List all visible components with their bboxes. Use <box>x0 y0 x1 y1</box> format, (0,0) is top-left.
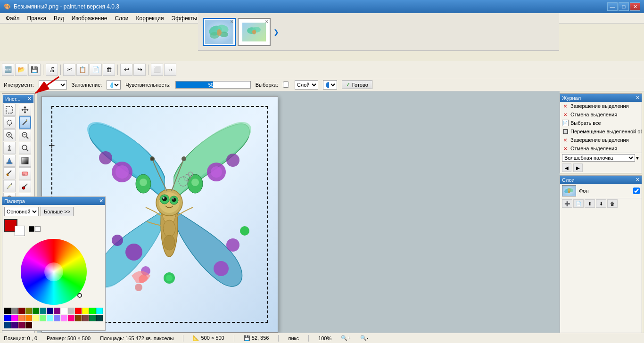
tool-zoom-out[interactable] <box>19 129 31 141</box>
thumbnail-2[interactable]: ✕ <box>238 18 271 46</box>
tool-zoom-in[interactable] <box>3 129 16 141</box>
color-swatch-item[interactable] <box>47 308 53 314</box>
color-swatch-item[interactable] <box>89 315 96 321</box>
color-swatch-item[interactable] <box>4 308 11 314</box>
layer-visibility[interactable] <box>633 188 640 194</box>
palette-close[interactable]: ✕ <box>99 198 103 204</box>
move-layer-up-button[interactable]: ⬆ <box>585 199 595 208</box>
color-swatch-item[interactable] <box>61 315 67 321</box>
delete-layer-button[interactable]: 🗑 <box>607 199 618 208</box>
color-swatch-item[interactable] <box>18 308 25 314</box>
color-swatch-item[interactable] <box>96 315 103 321</box>
color-swatch-item[interactable] <box>75 315 82 321</box>
selection-type[interactable]: 🔵 <box>323 80 337 90</box>
color-swatch-item[interactable] <box>11 308 18 314</box>
color-swatch-item[interactable] <box>40 308 46 314</box>
black-swatch[interactable] <box>29 226 34 232</box>
maximize-button[interactable]: □ <box>619 2 629 11</box>
journal-item-3[interactable]: 📄 Выбрать все <box>560 119 642 127</box>
color-swatch-item[interactable] <box>82 315 89 321</box>
tools-panel-close[interactable]: ✕ <box>27 96 32 102</box>
color-swatch-item[interactable] <box>47 315 53 321</box>
selection-checkbox[interactable] <box>283 82 289 88</box>
color-swatch-item[interactable] <box>54 308 60 314</box>
fill-select[interactable]: 💧 <box>107 80 121 90</box>
journal-back[interactable]: ◀ <box>562 163 571 172</box>
new-button[interactable]: 🆕 <box>2 64 14 76</box>
layer-item-1[interactable]: Фон <box>560 184 642 198</box>
undo-button[interactable]: ↩ <box>120 64 132 76</box>
menu-effects[interactable]: Эффекты <box>168 14 201 23</box>
color-swatch-item[interactable] <box>25 308 32 314</box>
thumb-close-2[interactable]: ✕ <box>265 19 269 24</box>
color-swatch-item[interactable] <box>68 315 74 321</box>
color-swatch-item[interactable] <box>96 308 103 314</box>
menu-image[interactable]: Изображение <box>68 14 111 23</box>
tool-color-picker[interactable] <box>19 180 31 192</box>
sensitivity-bar[interactable]: 50% <box>175 81 251 89</box>
color-swatch-item[interactable] <box>54 315 60 321</box>
journal-item-1[interactable]: ✕ Завершение выделения <box>560 102 642 110</box>
wand-select[interactable]: Волшебная палочка <box>562 154 635 162</box>
tool-move[interactable] <box>19 104 31 116</box>
tool-select[interactable]: ✦ <box>39 80 67 90</box>
tool-brush[interactable] <box>3 167 16 180</box>
journal-forward[interactable]: ▶ <box>573 163 583 172</box>
tool-pan[interactable] <box>3 142 16 154</box>
thumb-close-1[interactable]: ✕ <box>230 19 234 24</box>
tool-magic-wand[interactable] <box>19 116 31 129</box>
zoom-out-btn[interactable]: 🔍- <box>360 335 369 341</box>
cut-button[interactable]: ✂ <box>63 64 75 76</box>
color-swatch-item[interactable] <box>25 315 32 321</box>
menu-file[interactable]: Файл <box>2 14 24 23</box>
close-button[interactable]: ✕ <box>630 2 640 11</box>
delete-button[interactable]: 🗑 <box>103 64 115 76</box>
journal-item-6[interactable]: ✕ Отмена выделения <box>560 144 642 153</box>
paste-button[interactable]: 📄 <box>90 64 102 76</box>
add-layer-button[interactable]: ➕ <box>562 199 572 208</box>
crop-button[interactable]: ⬜ <box>151 64 163 76</box>
resize-button[interactable]: ↔ <box>164 64 176 76</box>
tool-zoom-window[interactable] <box>19 142 31 154</box>
canvas-area[interactable]: ✛ <box>37 91 560 343</box>
tool-fill[interactable] <box>3 155 16 167</box>
color-swatch-item[interactable] <box>18 315 25 321</box>
secondary-color-swatch[interactable] <box>15 226 25 236</box>
color-swatch-item[interactable] <box>4 322 11 328</box>
color-wheel[interactable] <box>21 239 87 305</box>
palette-mode-select[interactable]: Основной <box>4 207 39 216</box>
redo-button[interactable]: ↪ <box>133 64 146 76</box>
copy-button[interactable]: 📋 <box>76 64 89 76</box>
color-swatch-item[interactable] <box>82 308 89 314</box>
duplicate-layer-button[interactable]: 📄 <box>573 199 584 208</box>
thumbnail-1[interactable]: ✕ <box>203 18 236 46</box>
journal-item-4[interactable]: 🔲 Перемещение выделенной области <box>560 127 642 136</box>
color-swatch-item[interactable] <box>89 308 96 314</box>
color-swatch-item[interactable] <box>61 308 67 314</box>
wand-arrow[interactable]: ▼ <box>635 155 640 161</box>
color-swatch-item[interactable] <box>11 322 18 328</box>
tool-eraser[interactable] <box>19 167 31 180</box>
layers-close[interactable]: ✕ <box>636 177 640 183</box>
more-colors-button[interactable]: Больше >> <box>41 207 74 216</box>
tool-pencil[interactable] <box>3 180 16 192</box>
white-swatch[interactable] <box>35 226 41 232</box>
ready-button[interactable]: ✓ Готово <box>342 80 372 89</box>
color-swatch-item[interactable] <box>40 315 46 321</box>
color-picker-dot[interactable] <box>77 293 82 298</box>
menu-view[interactable]: Вид <box>50 14 68 23</box>
print-button[interactable]: 🖨 <box>46 64 58 76</box>
journal-close[interactable]: ✕ <box>636 95 640 101</box>
tool-gradient[interactable] <box>19 155 31 167</box>
move-layer-down-button[interactable]: ⬇ <box>596 199 606 208</box>
tool-lasso[interactable] <box>3 116 16 129</box>
color-swatch-item[interactable] <box>68 308 74 314</box>
selection-mode[interactable]: Слой <box>295 80 318 90</box>
journal-item-5[interactable]: ✕ Завершение выделения <box>560 136 642 144</box>
color-swatch-item[interactable] <box>33 308 39 314</box>
zoom-in-btn[interactable]: 🔍+ <box>341 335 350 341</box>
tool-rectangle-select[interactable] <box>3 104 16 116</box>
menu-edit[interactable]: Правка <box>24 14 50 23</box>
color-swatch-item[interactable] <box>11 315 18 321</box>
color-swatch-item[interactable] <box>4 315 11 321</box>
